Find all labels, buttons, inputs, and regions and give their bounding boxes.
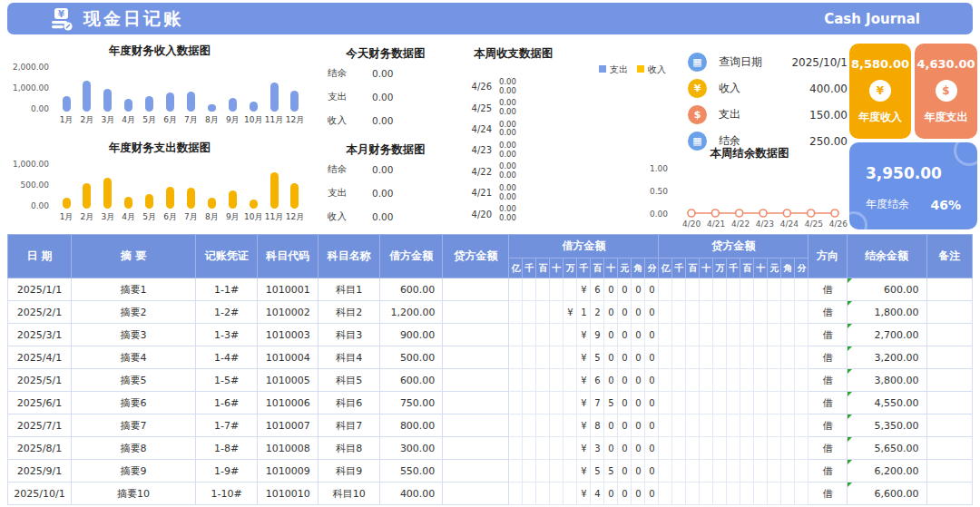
cell-credit-digit[interactable] <box>754 460 768 483</box>
cell-debit-digit[interactable] <box>536 346 550 369</box>
cell-debit-digit[interactable]: 0 <box>632 414 645 437</box>
cell-debit-digit[interactable]: 0 <box>618 437 632 460</box>
cell-debit-digit[interactable]: 0 <box>645 437 659 460</box>
cell-note[interactable] <box>926 369 972 392</box>
cell-debit-digit[interactable]: 0 <box>618 324 632 346</box>
cell-credit-digit[interactable] <box>700 414 713 437</box>
cell-credit-digit[interactable] <box>659 346 672 369</box>
cell-credit-digit[interactable] <box>672 324 686 346</box>
cell-debit-digit[interactable]: ¥ <box>577 369 591 392</box>
cell-credit-digit[interactable] <box>740 483 754 505</box>
cell-subject-name[interactable]: 科目10 <box>318 483 380 505</box>
cell-summary[interactable]: 摘要6 <box>72 392 196 414</box>
cell-summary[interactable]: 摘要7 <box>72 414 196 437</box>
cell-credit-digit[interactable] <box>700 324 713 346</box>
cell-debit-digit[interactable]: 0 <box>604 278 618 301</box>
cell-credit-digit[interactable] <box>713 414 727 437</box>
cell-credit-digit[interactable] <box>768 324 781 346</box>
cell-debit-digit[interactable]: 0 <box>618 346 632 369</box>
cell-credit-amount[interactable] <box>443 369 509 392</box>
cell-credit-digit[interactable] <box>754 301 768 324</box>
cell-voucher[interactable]: 1-1# <box>196 278 258 301</box>
cell-debit-amount[interactable]: 300.00 <box>380 437 443 460</box>
cell-debit-digit[interactable] <box>523 414 536 437</box>
cell-debit-digit[interactable]: 0 <box>645 278 659 301</box>
cell-date[interactable]: 2025/6/1 <box>8 392 72 414</box>
cell-credit-digit[interactable] <box>754 437 768 460</box>
cell-voucher[interactable]: 1-6# <box>196 392 258 414</box>
cell-debit-amount[interactable]: 600.00 <box>380 278 443 301</box>
cell-debit-digit[interactable] <box>564 483 577 505</box>
cell-credit-digit[interactable] <box>795 414 808 437</box>
cell-credit-digit[interactable] <box>754 483 768 505</box>
cell-debit-digit[interactable]: 0 <box>618 483 632 505</box>
cell-credit-digit[interactable] <box>700 369 713 392</box>
cell-credit-digit[interactable] <box>768 369 781 392</box>
cell-debit-digit[interactable] <box>536 301 550 324</box>
cell-debit-digit[interactable]: 0 <box>618 278 632 301</box>
cell-balance[interactable]: 6,600.00 <box>847 483 926 505</box>
cell-debit-digit[interactable] <box>550 278 564 301</box>
cell-credit-digit[interactable] <box>686 460 700 483</box>
cell-voucher[interactable]: 1-9# <box>196 460 258 483</box>
cell-subject-name[interactable]: 科目6 <box>318 392 380 414</box>
cell-debit-digit[interactable]: 4 <box>591 483 604 505</box>
cell-credit-digit[interactable] <box>686 301 700 324</box>
cell-debit-digit[interactable] <box>523 460 536 483</box>
cell-credit-digit[interactable] <box>672 437 686 460</box>
cell-credit-digit[interactable] <box>781 301 795 324</box>
cell-debit-digit[interactable]: 0 <box>645 346 659 369</box>
cell-debit-digit[interactable]: 0 <box>632 460 645 483</box>
cell-credit-digit[interactable] <box>754 369 768 392</box>
cell-debit-digit[interactable] <box>536 437 550 460</box>
cell-debit-digit[interactable] <box>550 301 564 324</box>
cell-voucher[interactable]: 1-7# <box>196 414 258 437</box>
cell-credit-digit[interactable] <box>768 346 781 369</box>
cell-balance[interactable]: 4,550.00 <box>847 392 926 414</box>
cell-debit-digit[interactable]: 0 <box>645 301 659 324</box>
cell-debit-amount[interactable]: 800.00 <box>380 414 443 437</box>
cell-debit-digit[interactable] <box>550 392 564 414</box>
cell-voucher[interactable]: 1-3# <box>196 324 258 346</box>
cell-debit-digit[interactable]: 0 <box>618 414 632 437</box>
cell-subject-code[interactable]: 1010008 <box>258 437 318 460</box>
cell-credit-digit[interactable] <box>686 278 700 301</box>
cell-note[interactable] <box>926 414 972 437</box>
cell-debit-digit[interactable]: 0 <box>604 369 618 392</box>
cell-credit-digit[interactable] <box>768 392 781 414</box>
cell-credit-digit[interactable] <box>686 346 700 369</box>
cell-debit-digit[interactable]: ¥ <box>577 437 591 460</box>
cell-subject-code[interactable]: 1010002 <box>258 301 318 324</box>
cell-credit-digit[interactable] <box>781 392 795 414</box>
cell-debit-digit[interactable]: 0 <box>632 301 645 324</box>
cell-credit-amount[interactable] <box>443 301 509 324</box>
cell-debit-digit[interactable] <box>536 369 550 392</box>
cell-debit-digit[interactable]: 6 <box>591 278 604 301</box>
cell-credit-amount[interactable] <box>443 324 509 346</box>
cell-debit-digit[interactable]: ¥ <box>577 324 591 346</box>
cell-credit-digit[interactable] <box>659 301 672 324</box>
cell-debit-digit[interactable]: 1 <box>577 301 591 324</box>
cell-subject-code[interactable]: 1010005 <box>258 369 318 392</box>
cell-summary[interactable]: 摘要8 <box>72 437 196 460</box>
cell-note[interactable] <box>926 392 972 414</box>
cell-debit-digit[interactable]: 5 <box>591 346 604 369</box>
cell-debit-digit[interactable]: 0 <box>645 392 659 414</box>
cell-debit-digit[interactable]: 0 <box>645 460 659 483</box>
cell-debit-digit[interactable]: 0 <box>604 346 618 369</box>
cell-credit-digit[interactable] <box>727 346 740 369</box>
cell-debit-digit[interactable] <box>509 437 523 460</box>
cell-credit-digit[interactable] <box>740 437 754 460</box>
cell-summary[interactable]: 摘要2 <box>72 301 196 324</box>
cell-debit-digit[interactable] <box>564 437 577 460</box>
cell-subject-name[interactable]: 科目7 <box>318 414 380 437</box>
cell-note[interactable] <box>926 346 972 369</box>
cell-credit-digit[interactable] <box>727 392 740 414</box>
cell-debit-digit[interactable] <box>523 346 536 369</box>
cell-debit-digit[interactable] <box>564 346 577 369</box>
cell-note[interactable] <box>926 460 972 483</box>
cell-credit-digit[interactable] <box>727 301 740 324</box>
cell-debit-digit[interactable] <box>523 437 536 460</box>
cell-debit-digit[interactable] <box>523 369 536 392</box>
cell-debit-digit[interactable]: ¥ <box>577 346 591 369</box>
